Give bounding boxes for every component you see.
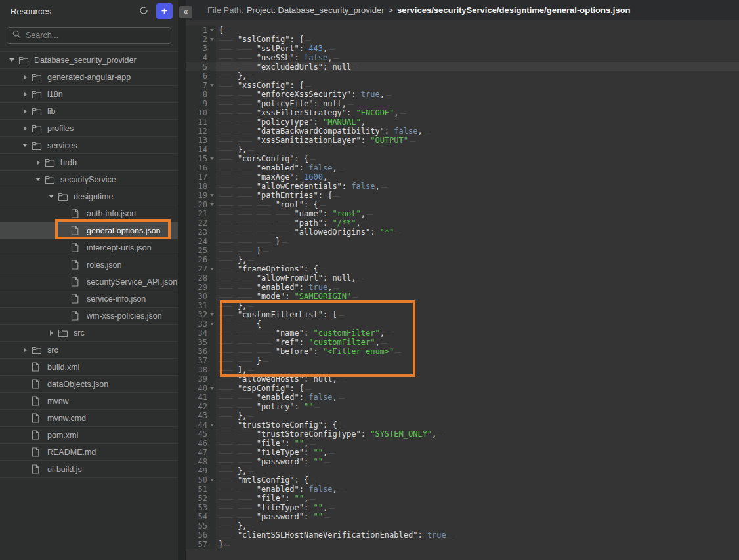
- fold-icon[interactable]: [210, 313, 214, 316]
- line-number: 36: [198, 347, 207, 356]
- gutter-cell: 18: [186, 182, 216, 191]
- tree-item-profiles[interactable]: profiles: [0, 120, 178, 137]
- expander-icon[interactable]: [18, 348, 32, 353]
- refresh-button[interactable]: [137, 4, 151, 18]
- expander-icon[interactable]: [5, 58, 18, 62]
- line-number: 28: [198, 273, 207, 283]
- tree-item-label: general-options.json: [87, 226, 161, 235]
- breadcrumb-separator: >: [388, 5, 393, 15]
- fold-icon[interactable]: [210, 268, 214, 270]
- tree-item-service-info-json[interactable]: service-info.json: [0, 290, 178, 308]
- tree-item-ui-build-js[interactable]: ui-build.js: [0, 461, 178, 478]
- tree-item-src[interactable]: src: [0, 325, 178, 342]
- tree-item-pom-xml[interactable]: pom.xml: [0, 427, 178, 444]
- tree-item-mvnw[interactable]: mvnw: [0, 393, 178, 410]
- tree-item-label: auth-info.json: [87, 209, 136, 218]
- tree-item-auth-info-json[interactable]: auth-info.json: [0, 205, 178, 222]
- eol-invisible: [424, 128, 430, 136]
- tree-item-services[interactable]: services: [0, 137, 178, 154]
- code-line: },: [216, 301, 254, 310]
- line-number: 15: [198, 154, 207, 163]
- search-input[interactable]: [26, 31, 165, 40]
- editor-pane: File Path: Project: Database_security_pr…: [186, 0, 739, 560]
- expander-icon[interactable]: [45, 195, 58, 198]
- tree-item-designtime[interactable]: designtime: [0, 188, 178, 205]
- tree-item-lib[interactable]: lib: [0, 103, 178, 120]
- tree-item-hrdb[interactable]: hrdb: [0, 154, 178, 171]
- expander-icon[interactable]: [45, 330, 58, 336]
- line-number: 17: [198, 172, 207, 182]
- eol-invisible: [448, 532, 454, 540]
- line-number: 10: [198, 108, 207, 117]
- tree-item-database-security-provider[interactable]: Database_security_provider: [0, 52, 178, 69]
- tree-item-label: designtime: [74, 192, 113, 201]
- expander-icon[interactable]: [18, 92, 32, 97]
- tree-item-readme-md[interactable]: README.md: [0, 444, 178, 461]
- code-row: 43},: [186, 411, 739, 420]
- line-number: 16: [198, 163, 207, 172]
- tree-item-label: src: [74, 329, 85, 338]
- expander-icon[interactable]: [32, 178, 45, 181]
- fold-icon[interactable]: [210, 157, 214, 160]
- code-line: "excludedUrls": null: [216, 62, 358, 71]
- code-line: "policyFile": null,: [216, 99, 354, 108]
- eol-invisible: [282, 238, 287, 246]
- fold-icon[interactable]: [210, 479, 214, 481]
- gutter-cell: 34: [186, 329, 216, 338]
- tree-item-wm-xss-policies-json[interactable]: wm-xss-policies.json: [0, 308, 178, 325]
- tree-item-mvnw-cmd[interactable]: mvnw.cmd: [0, 410, 178, 427]
- tree-item-securityservice[interactable]: securityService: [0, 171, 178, 188]
- fold-icon[interactable]: [210, 424, 214, 426]
- add-button[interactable]: +: [156, 3, 173, 19]
- code-row: 30"mode": "SAMEORIGIN": [186, 292, 739, 301]
- line-number: 1: [203, 26, 207, 35]
- gutter-cell: 32: [186, 310, 216, 319]
- code-line: "mtlsConfig": {: [216, 475, 316, 485]
- eol-invisible: [395, 229, 401, 237]
- code-row: 23"allowedOrigins": "*": [186, 228, 739, 237]
- code-row: 3"sslPort": 443,: [186, 44, 739, 53]
- tree-item-general-options-json[interactable]: general-options.json: [0, 222, 178, 239]
- tree-item-label: service-info.json: [87, 294, 146, 304]
- fold-icon[interactable]: [210, 84, 214, 87]
- eol-invisible: [352, 64, 358, 71]
- code-line: "pathEntries": {: [216, 191, 339, 200]
- expander-icon[interactable]: [18, 75, 32, 80]
- expander-icon[interactable]: [18, 144, 32, 147]
- tree-item-src[interactable]: src: [0, 342, 178, 359]
- fold-icon[interactable]: [210, 29, 214, 31]
- fold-icon[interactable]: [210, 203, 214, 206]
- folder-icon: [45, 157, 55, 168]
- expander-icon[interactable]: [18, 126, 32, 131]
- gutter-cell: 7: [186, 81, 216, 90]
- tree-item-securityservice-api-json[interactable]: securityService_API.json: [0, 273, 178, 290]
- line-number: 46: [198, 439, 207, 448]
- line-number: 24: [198, 237, 207, 246]
- tree-item-i18n[interactable]: i18n: [0, 86, 178, 103]
- gutter-cell: 1: [186, 26, 216, 35]
- eol-invisible: [263, 357, 268, 365]
- code-line: "useSSL": false,: [216, 53, 339, 62]
- eol-invisible: [352, 293, 358, 301]
- fold-icon[interactable]: [210, 387, 214, 390]
- line-number: 54: [198, 512, 207, 521]
- expander-icon[interactable]: [32, 160, 45, 165]
- code-row: 41"enabled": false,: [186, 393, 739, 402]
- code-line: },: [216, 255, 254, 264]
- code-editor[interactable]: 1{2"sslConfig": {3"sslPort": 443,4"useSS…: [186, 20, 739, 560]
- fold-icon[interactable]: [210, 323, 214, 325]
- tree-item-label: lib: [47, 107, 56, 116]
- gutter-cell: 27: [186, 264, 216, 273]
- code-line: "enabled": false,: [216, 485, 345, 494]
- eol-invisible: [224, 27, 230, 35]
- fold-icon[interactable]: [210, 194, 214, 197]
- collapse-sidebar-button[interactable]: «: [179, 6, 192, 18]
- tree-item-intercept-urls-json[interactable]: intercept-urls.json: [0, 239, 178, 256]
- tree-item-generated-angular-app[interactable]: generated-angular-app: [0, 69, 178, 86]
- expander-icon[interactable]: [18, 109, 32, 114]
- tree-item-build-xml[interactable]: build.xml: [0, 359, 178, 376]
- tree-item-dataobjects-json[interactable]: dataObjects.json: [0, 376, 178, 393]
- fold-icon[interactable]: [210, 38, 214, 41]
- eol-invisible: [310, 477, 316, 485]
- tree-item-roles-json[interactable]: roles.json: [0, 256, 178, 273]
